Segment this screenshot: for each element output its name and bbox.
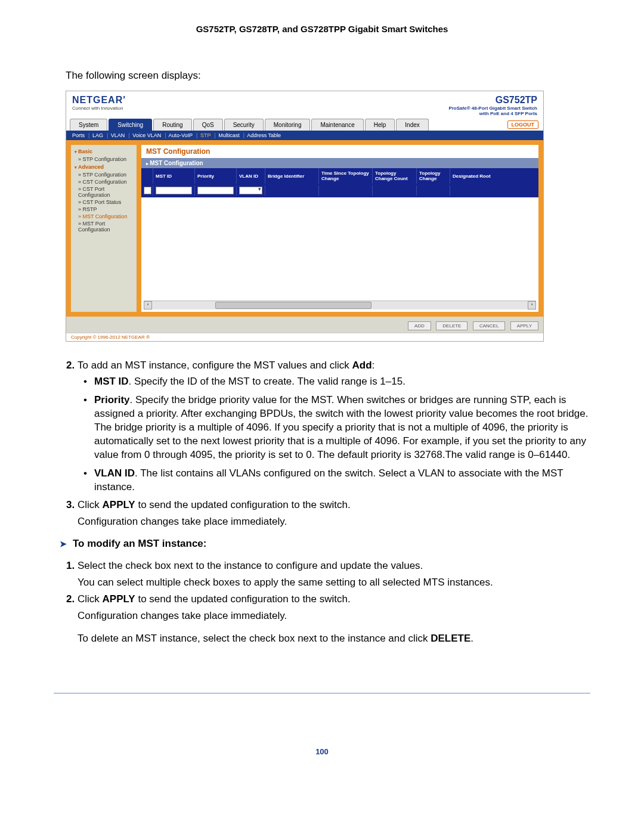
modify-step-1: Select the check box next to the instanc…	[78, 560, 590, 589]
tab-qos[interactable]: QoS	[193, 119, 223, 131]
subtab-autovoip[interactable]: Auto-VoIP	[169, 132, 193, 138]
brand-logo: NETGEAR' Connect with Innovation	[72, 95, 125, 111]
step-2: To add an MST instance, configure the MS…	[78, 360, 590, 494]
tab-security[interactable]: Security	[224, 119, 264, 131]
panel-bar: ▸ MST Configuration	[141, 158, 538, 168]
sidebar-item-mst-config[interactable]: » MST Configuration	[72, 213, 135, 220]
scroll-right-icon[interactable]: ›	[528, 301, 536, 309]
page-number: 100	[54, 747, 590, 756]
model-box: GS752TP ProSafe® 48-Port Gigabit Smart S…	[448, 95, 537, 116]
sidebar-item-mst-port-config[interactable]: » MST Port Configuration	[72, 220, 135, 233]
brand-text: NETGEAR	[72, 95, 123, 105]
sidebar: ▾ Basic » STP Configuration ▾ Advanced »…	[71, 145, 137, 312]
subtab-vlan[interactable]: VLAN	[111, 132, 125, 138]
model-sub1: ProSafe® 48-Port Gigabit Smart Switch	[448, 106, 537, 111]
subtab-lag[interactable]: LAG	[92, 132, 103, 138]
screenshot-panel: NETGEAR' Connect with Innovation GS752TP…	[66, 91, 544, 342]
col-mstid: MST ID	[153, 168, 195, 184]
horizontal-scrollbar[interactable]: ‹ ›	[144, 301, 536, 309]
step-3-after: Configuration changes take place immedia…	[78, 516, 590, 528]
row-checkbox[interactable]	[144, 187, 151, 194]
doc-header: GS752TP, GS728TP, and GS728TPP Gigabit S…	[54, 24, 590, 34]
sidebar-item-stp-config[interactable]: » STP Configuration	[72, 156, 135, 163]
apply-button[interactable]: APPLY	[510, 321, 538, 330]
sidebar-item-cst-config[interactable]: » CST Configuration	[72, 178, 135, 185]
mstid-input[interactable]	[156, 187, 192, 194]
model-sub2: with PoE and 4 SFP Ports	[448, 111, 537, 116]
copyright-text: Copyright © 1996-2012 NETGEAR ®	[66, 333, 543, 341]
sub-tabs: Ports| LAG| VLAN| Voice VLAN| Auto-VoIP|…	[66, 131, 543, 140]
subtab-voicevlan[interactable]: Voice VLAN	[132, 132, 161, 138]
logout-button[interactable]: LOGOUT	[507, 120, 539, 129]
step-3: Click APPLY to send the updated configur…	[78, 499, 590, 528]
col-bridgeid: Bridge Identifier	[265, 168, 319, 184]
tab-monitoring[interactable]: Monitoring	[265, 119, 311, 131]
subtab-stp[interactable]: STP	[200, 132, 211, 138]
cancel-button[interactable]: CANCEL	[473, 321, 505, 330]
vlanid-select[interactable]	[239, 187, 262, 194]
scroll-thumb[interactable]	[215, 302, 371, 309]
tab-routing[interactable]: Routing	[153, 119, 191, 131]
config-table-header: MST ID Priority VLAN ID Bridge Identifie…	[141, 168, 538, 184]
bullet-mstid: MST ID. Specify the ID of the MST to cre…	[94, 375, 590, 389]
task-modify-heading: ➤ To modify an MST instance:	[60, 538, 590, 550]
sidebar-item-cst-port-status[interactable]: » CST Port Status	[72, 199, 135, 206]
tab-system[interactable]: System	[70, 119, 107, 131]
tab-index[interactable]: Index	[396, 119, 428, 131]
panel-title: MST Configuration	[141, 145, 538, 158]
col-timesince: Time Since Topology Change	[319, 168, 373, 184]
scroll-left-icon[interactable]: ‹	[144, 301, 152, 309]
footer-rule	[54, 693, 590, 693]
add-button[interactable]: ADD	[408, 321, 431, 330]
sidebar-advanced-head[interactable]: ▾ Advanced	[72, 163, 135, 171]
tab-help[interactable]: Help	[365, 119, 395, 131]
sidebar-item-cst-port-config[interactable]: » CST Port Configuration	[72, 185, 135, 199]
sidebar-item-rstp[interactable]: » RSTP	[72, 206, 135, 213]
modify-step-1-after: You can select multiple check boxes to a…	[78, 577, 590, 589]
col-desroot: Designated Root	[450, 168, 538, 184]
tab-maintenance[interactable]: Maintenance	[311, 119, 363, 131]
model-name: GS752TP	[448, 95, 537, 106]
modify-step-2: Click APPLY to send the updated configur…	[78, 593, 590, 622]
sidebar-item-adv-stp[interactable]: » STP Configuration	[72, 171, 135, 178]
action-bar: ADD DELETE CANCEL APPLY	[66, 317, 543, 333]
col-vlanid: VLAN ID	[237, 168, 265, 184]
col-topcount: Topology Change Count	[373, 168, 417, 184]
col-topchange: Topology Change	[417, 168, 450, 184]
delete-button[interactable]: DELETE	[436, 321, 467, 330]
config-panel: MST Configuration ▸ MST Configuration MS…	[141, 145, 538, 312]
tab-switching[interactable]: Switching	[109, 119, 152, 131]
sidebar-basic-head[interactable]: ▾ Basic	[72, 147, 135, 156]
config-table-input-row	[141, 184, 538, 197]
task-arrow-icon: ➤	[60, 539, 67, 549]
delete-instruction: To delete an MST instance, select the ch…	[78, 632, 590, 646]
modify-step-2-after: Configuration changes take place immedia…	[78, 610, 590, 622]
bullet-priority: Priority. Specify the bridge priority va…	[94, 394, 590, 462]
brand-tagline: Connect with Innovation	[72, 106, 125, 111]
subtab-multicast[interactable]: Multicast	[218, 132, 240, 138]
main-tabs: System Switching Routing QoS Security Mo…	[66, 119, 543, 131]
priority-input[interactable]	[197, 187, 234, 194]
subtab-ports[interactable]: Ports	[72, 132, 85, 138]
subtab-addresstable[interactable]: Address Table	[247, 132, 281, 138]
intro-text: The following screen displays:	[66, 70, 590, 82]
col-priority: Priority	[195, 168, 237, 184]
bullet-vlanid: VLAN ID. The list contains all VLANs con…	[94, 467, 590, 494]
